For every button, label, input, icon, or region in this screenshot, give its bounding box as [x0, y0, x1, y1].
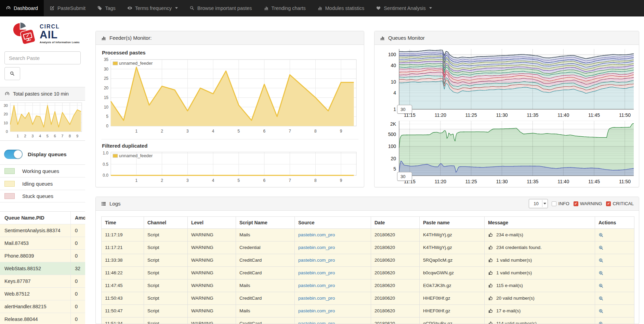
roll-period-input[interactable] [397, 172, 412, 181]
source-link[interactable]: pastebin.com_pro [298, 296, 335, 301]
nav-item-trending-charts[interactable]: Trending charts [258, 0, 312, 16]
legend-row-idling-queues: Idling queues [0, 177, 85, 190]
zoomin-icon [599, 321, 604, 324]
checkbox-critical[interactable] [606, 201, 611, 206]
queue-row-web-87512: Web.875120 [0, 287, 85, 300]
svg-text:25: 25 [104, 76, 109, 81]
log-paste: 5RQap0cM.gz [420, 254, 485, 266]
source-link[interactable]: pastebin.com_pro [298, 283, 335, 288]
log-col-script-name: Script Name [236, 217, 295, 229]
chart-icon [317, 5, 323, 11]
checkbox-info[interactable] [552, 201, 556, 206]
search-icon [10, 71, 15, 76]
log-time: 11:33:38 [102, 254, 144, 266]
zoomin-icon [599, 233, 604, 238]
log-col-date: Date [371, 217, 420, 229]
view-paste-button[interactable] [599, 270, 604, 276]
eye-icon [127, 5, 132, 11]
svg-text:10: 10 [104, 105, 109, 110]
log-time: 11:50:43 [102, 292, 144, 304]
nav-item-dashboard[interactable]: Dashboard [0, 0, 44, 16]
source-link[interactable]: pastebin.com_pro [298, 321, 335, 324]
edit-icon [50, 5, 55, 11]
filter-critical[interactable]: CRITICAL [606, 201, 634, 206]
source-link[interactable]: pastebin.com_pro [298, 245, 335, 250]
svg-text:40: 40 [391, 63, 396, 68]
nav-item-label: Terms frequency [135, 5, 172, 11]
nav-item-terms-frequency[interactable]: Terms frequency [121, 0, 184, 16]
queue-amount: 0 [71, 275, 85, 287]
queue-amount: 0 [71, 288, 85, 300]
log-col-message: Message [485, 217, 595, 229]
view-paste-button[interactable] [599, 232, 604, 238]
thumb-icon [488, 283, 493, 288]
nav-item-label: Modules statistics [325, 5, 364, 11]
source-link[interactable]: pastebin.com_pro [298, 308, 335, 313]
thumb-icon [488, 308, 493, 313]
filter-warning[interactable]: WARNING [574, 201, 602, 206]
view-paste-button[interactable] [599, 321, 604, 324]
search-button[interactable] [4, 67, 20, 80]
search-paste-input[interactable] [4, 51, 81, 64]
roll-period-input[interactable] [397, 105, 412, 114]
svg-text:11:50: 11:50 [619, 179, 631, 184]
checkbox-warning[interactable] [574, 201, 578, 206]
svg-text:20: 20 [391, 156, 396, 161]
queue-name: Web.87512 [0, 288, 71, 300]
nav-item-modules-statistics[interactable]: Modules statistics [312, 0, 370, 16]
queue-amount: 0 [71, 224, 85, 237]
tag-icon [97, 5, 102, 11]
log-level: WARNING [188, 304, 236, 317]
total-pastes-sparkline-chart: 0102030123456789 [0, 101, 84, 139]
nav-item-browse-important-pastes[interactable]: Browse important pastes [184, 0, 258, 16]
queue-name: Release.88044 [0, 313, 71, 324]
svg-text:0.5: 0.5 [103, 162, 108, 167]
gauge-icon [6, 5, 11, 11]
svg-text:1: 1 [135, 129, 137, 134]
page-size-select[interactable]: 10 [529, 199, 548, 208]
source-link[interactable]: pastebin.com_pro [298, 232, 335, 237]
list-icon [101, 201, 106, 207]
nav-item-pastesubmit[interactable]: PasteSubmit [44, 0, 91, 16]
svg-text:3: 3 [186, 129, 189, 134]
nav-item-sentiment-analysis[interactable]: Sentiment Analysis [370, 0, 438, 16]
log-level: WARNING [188, 279, 236, 292]
log-message: 115 e-mail(s) [496, 283, 523, 288]
svg-text:15: 15 [104, 95, 109, 100]
log-col-source: Source [295, 217, 371, 229]
log-date: 20180620 [371, 266, 420, 279]
source-link[interactable]: pastebin.com_pro [298, 270, 335, 275]
svg-text:9: 9 [340, 178, 342, 183]
view-paste-button[interactable] [599, 283, 604, 288]
svg-text:8: 8 [314, 129, 317, 134]
legend-swatch [4, 181, 15, 187]
display-queues-toggle[interactable] [4, 150, 23, 159]
legend-row-stuck-queues: Stuck queues [0, 190, 85, 202]
legend-row-working-queues: Working queues [0, 164, 85, 177]
log-row: 11:46:22ScriptWARNINGCreditCardpastebin.… [102, 266, 634, 279]
log-message: 1 valid number(s) [496, 270, 532, 275]
source-link[interactable]: pastebin.com_pro [298, 258, 335, 263]
log-level: WARNING [188, 229, 236, 241]
thumb-icon [488, 296, 493, 301]
log-paste: b0cqwGWN.gz [420, 266, 485, 279]
log-channel: Script [144, 317, 188, 324]
svg-text:9: 9 [340, 129, 342, 134]
zoomin-icon [599, 283, 604, 288]
view-paste-button[interactable] [599, 296, 604, 301]
log-message: 1 valid number(s) [496, 258, 532, 263]
view-paste-button[interactable] [599, 258, 604, 263]
feeder-monitor-panel: Feeder(s) Monitor: Processed pastes 0510… [95, 31, 364, 187]
view-paste-button[interactable] [599, 245, 604, 250]
queue-row-release-88044: Release.880440 [0, 313, 85, 324]
circl-ail-logo: CIRCL AIL Analysis of Information Leaks [12, 21, 85, 47]
queue-amount: 0 [71, 313, 85, 324]
nav-item-tags[interactable]: Tags [91, 0, 121, 16]
view-paste-button[interactable] [599, 308, 604, 314]
filter-info[interactable]: INFO [552, 201, 569, 206]
filtered-duplicated-chart: 0.00.51.0123456789unnamed_feeder [101, 150, 358, 184]
legend-label: Idling queues [22, 181, 53, 187]
svg-text:2: 2 [24, 134, 26, 138]
top-navbar: DashboardPasteSubmitTagsTerms frequencyB… [0, 0, 644, 16]
log-paste: HHEF0tHf.gz [420, 292, 485, 304]
